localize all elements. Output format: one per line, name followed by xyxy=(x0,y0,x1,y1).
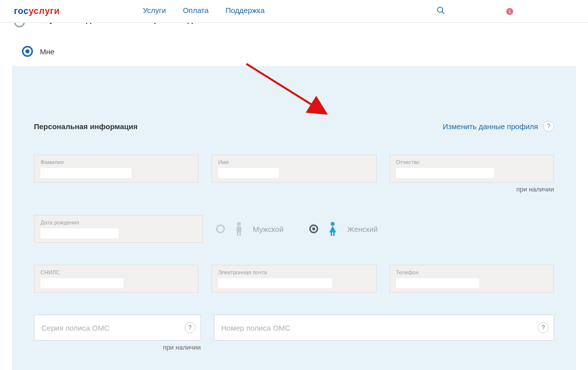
firstname-label: Имя xyxy=(218,159,370,165)
snils-value xyxy=(40,278,124,288)
help-icon[interactable]: ? xyxy=(538,322,549,333)
logo-text-2: услуги xyxy=(29,6,60,16)
panel-title: Персональная информация xyxy=(34,122,138,131)
firstname-field: Имя xyxy=(211,155,376,183)
svg-line-2 xyxy=(246,64,326,114)
site-header: госуслуги Услуги Оплата Поддержка 1 xyxy=(0,0,588,23)
gender-group: Мужской Женский xyxy=(216,221,554,236)
radio-icon xyxy=(22,46,33,57)
svg-rect-9 xyxy=(333,232,335,236)
top-nav: Услуги Оплата Поддержка xyxy=(143,6,445,16)
question-title: Кому необходимо вызвать врача на дом? xyxy=(33,23,209,25)
email-field: Электронная почта xyxy=(211,265,376,293)
lastname-label: Фамилия xyxy=(40,159,192,165)
gender-female-radio[interactable] xyxy=(309,224,318,233)
notification-badge[interactable]: 1 xyxy=(506,8,513,15)
patronymic-field: Отчество xyxy=(390,155,554,183)
patronymic-label: Отчество xyxy=(396,159,548,165)
logo[interactable]: госуслуги xyxy=(14,6,60,16)
gender-male-label: Мужской xyxy=(253,225,283,233)
email-label: Электронная почта xyxy=(218,269,370,275)
annotation-arrow-icon xyxy=(241,59,341,129)
birthdate-label: Дата рождения xyxy=(40,219,196,225)
logo-text-1: гос xyxy=(14,6,29,16)
svg-line-1 xyxy=(442,11,444,14)
snils-label: СНИЛС xyxy=(40,269,192,275)
step-bullet-icon xyxy=(14,23,25,27)
lastname-value xyxy=(40,168,132,178)
step-question: Кому необходимо вызвать врача на дом? xyxy=(0,23,588,37)
birthdate-field: Дата рождения xyxy=(34,215,203,243)
snils-field: СНИЛС xyxy=(34,265,198,293)
firstname-value xyxy=(218,168,279,178)
svg-rect-8 xyxy=(331,232,332,236)
help-icon[interactable]: ? xyxy=(543,121,554,132)
oms-series-input[interactable]: ? xyxy=(34,315,201,341)
svg-point-3 xyxy=(237,222,241,226)
help-icon[interactable]: ? xyxy=(185,322,196,333)
patronymic-value xyxy=(396,168,495,178)
svg-point-7 xyxy=(331,222,335,226)
gender-male-radio[interactable] xyxy=(216,224,225,233)
oms-series-hint: при наличии xyxy=(34,344,201,351)
email-value xyxy=(218,278,332,288)
patronymic-hint: при наличии xyxy=(390,185,554,193)
gender-female-label: Женский xyxy=(347,225,378,233)
radio-me-label: Мне xyxy=(40,47,54,56)
personal-info-panel: Персональная информация Изменить данные … xyxy=(12,66,576,370)
nav-services[interactable]: Услуги xyxy=(143,6,166,16)
oms-number-text[interactable] xyxy=(221,324,547,332)
birthdate-value xyxy=(40,228,119,238)
svg-rect-5 xyxy=(237,231,238,236)
nav-support[interactable]: Поддержка xyxy=(225,6,264,16)
recipient-radio-me[interactable]: Мне xyxy=(0,37,588,66)
phone-field: Телефон xyxy=(390,265,554,293)
nav-payment[interactable]: Оплата xyxy=(183,6,209,16)
phone-label: Телефон xyxy=(396,269,548,275)
phone-value xyxy=(396,278,479,288)
oms-number-input[interactable]: ? xyxy=(214,315,554,341)
lastname-field: Фамилия xyxy=(34,155,198,183)
edit-profile-link[interactable]: Изменить данные профиля xyxy=(443,122,538,131)
oms-series-text[interactable] xyxy=(41,324,194,332)
male-icon xyxy=(234,221,244,236)
search-icon[interactable] xyxy=(436,6,445,16)
svg-rect-6 xyxy=(239,231,241,236)
female-icon xyxy=(327,221,338,236)
svg-point-0 xyxy=(437,7,443,12)
